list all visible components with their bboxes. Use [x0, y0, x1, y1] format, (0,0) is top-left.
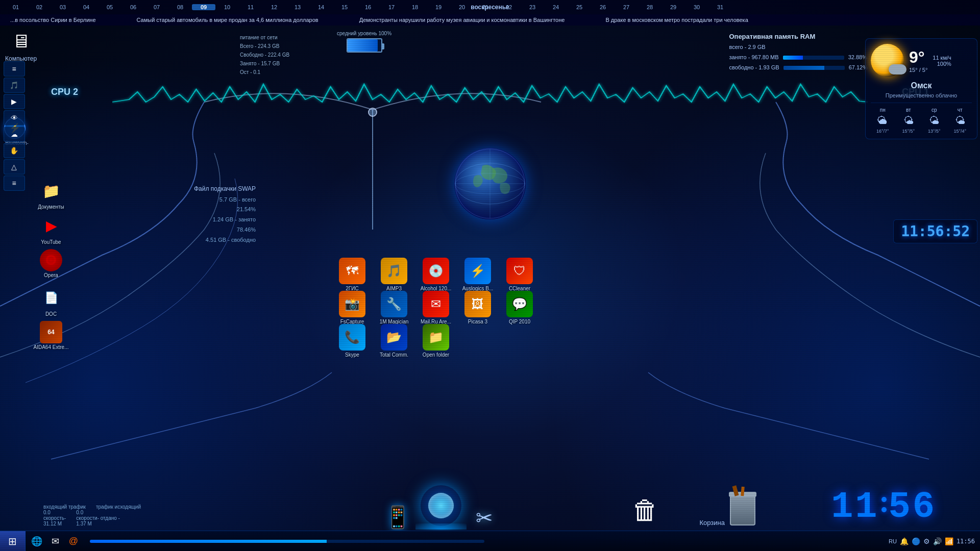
app-picasa[interactable]: 🖼 Picasa 3 [460, 291, 496, 324]
desktop-icon-youtube[interactable]: ▶ YouTube [31, 214, 71, 245]
app-auslogics[interactable]: ⚡ Auslogics B... [460, 258, 496, 291]
desktop-icon-opera[interactable]: O Opera [31, 249, 71, 278]
app-aimp[interactable]: 🎵 AIMP3 [376, 258, 412, 291]
sidebar-btn-hand[interactable]: ✋ [4, 143, 25, 158]
opera-icon: O [40, 249, 62, 271]
calendar-day-18[interactable]: 18 [403, 4, 427, 10]
app-openfolder[interactable]: 📁 Open folder [418, 324, 454, 358]
app-fscapture[interactable]: 📸 FsCapture [334, 291, 370, 324]
doc-icon: 📄 [39, 286, 63, 310]
outgoing-label: трафик исходящий [96, 504, 141, 510]
news-item-1: ...в посольство Сирии в Берлине [10, 17, 96, 23]
forecast-thu-label: чт [948, 107, 972, 113]
sidebar-btn-triangle[interactable]: △ [4, 159, 25, 174]
hologram-base [415, 523, 467, 530]
computer-widget: 🖥 Компьютер [5, 31, 37, 62]
calendar-day-14[interactable]: 14 [309, 4, 333, 10]
documents-label: Документы [38, 204, 64, 210]
calendar-day-06[interactable]: 06 [121, 4, 145, 10]
sidebar-btn-music[interactable]: 🎵 [4, 78, 25, 93]
storage-used: Занято - 15.7 GB [240, 59, 289, 68]
calendar-day-08[interactable]: 08 [168, 4, 192, 10]
calendar-day-30[interactable]: 30 [685, 4, 708, 10]
calendar-day-13[interactable]: 13 [286, 4, 309, 10]
calendar-day-17[interactable]: 17 [380, 4, 403, 10]
calendar-day-11[interactable]: 11 [239, 4, 262, 10]
trash-can-body [730, 495, 755, 525]
desktop-icons: 📁 Документы ▶ YouTube O Opera [31, 179, 71, 278]
clock-sep-top [881, 497, 887, 502]
desktop-icon-aida64[interactable]: 64 AIDA64 Extre... [31, 321, 71, 350]
weather-widget: 9° 15° / 5° 11 км/ч 100% Омск Преимущест… [865, 38, 977, 139]
dock-usb[interactable]: 📱 [380, 489, 415, 530]
calendar-day-16[interactable]: 16 [356, 4, 380, 10]
network-labels-row: входящий трафик трафик исходящий [43, 504, 141, 510]
sidebar-btn-play[interactable]: ▶ [4, 94, 25, 109]
incoming-speed-label: скорость- [43, 515, 66, 521]
app-1magician[interactable]: 🔧 1M Magician [376, 291, 412, 324]
app-totalcomm[interactable]: 📂 Total Comm. [376, 324, 412, 358]
battery-icon [347, 38, 382, 53]
swap-widget: Файл подкачки SWAP 5.7 GB - всего 21.54%… [194, 184, 256, 245]
calendar-day-27[interactable]: 27 [615, 4, 638, 10]
calendar-day-15[interactable]: 15 [333, 4, 356, 10]
totalcomm-label: Total Comm. [380, 352, 408, 358]
forecast-mon-label: пн [871, 107, 895, 113]
app-mailru[interactable]: ✉ Mail.Ru Are... [418, 291, 454, 324]
calendar-day-26[interactable]: 26 [591, 4, 615, 10]
ram-free-row: свободно - 1.93 GB 67.12% [729, 63, 868, 73]
swap-total: 5.7 GB - всего [194, 195, 256, 205]
sidebar-btn-menu-bottom[interactable]: ≡ [4, 176, 25, 191]
calendar-day-31[interactable]: 31 [708, 4, 732, 10]
news-item-3: Демонстранты нарушили работу музея авиац… [359, 17, 565, 23]
calendar-day-12[interactable]: 12 [262, 4, 286, 10]
weather-forecast: пн 🌥 16°/7° вт 🌤 15°/5° ср 🌤 13°/5° чт 🌤… [871, 103, 972, 134]
sidebar-btn-cloud[interactable]: ☁ [4, 127, 25, 142]
desktop-icon-documents[interactable]: 📁 Документы [31, 179, 71, 210]
calendar-day-09[interactable]: 09 [192, 4, 215, 10]
swap-used-pct: 21.54% [194, 205, 256, 215]
app-qip[interactable]: 💬 QIP 2010 [502, 291, 537, 324]
taskbar-icon-at[interactable]: @ [66, 534, 81, 548]
desktop-icon-doc[interactable]: 📄 DOC [31, 286, 71, 317]
calendar-day-02[interactable]: 02 [28, 4, 51, 10]
calendar-day-04[interactable]: 04 [75, 4, 98, 10]
calendar-day-19[interactable]: 19 [427, 4, 450, 10]
taskbar: ⊞ 🌐 ✉ @ RU 🔔 🔵 ⚙ 🔊 📶 11:56 [0, 531, 980, 551]
calendar-day-07[interactable]: 07 [145, 4, 168, 10]
calendar-day-20[interactable]: 20 [450, 4, 474, 10]
calendar-day-25[interactable]: 25 [568, 4, 591, 10]
sidebar-btn-menu-top[interactable]: ≡ [4, 61, 25, 77]
taskbar-progress-fill [90, 540, 327, 543]
app-alcohol[interactable]: 💿 Alcohol 120... [418, 258, 454, 291]
desktop-icons-2: 📄 DOC 64 AIDA64 Extre... [31, 286, 71, 350]
calendar-day-01[interactable]: 01 [4, 4, 28, 10]
dock-tool[interactable]: ✂ [467, 489, 502, 530]
2gis-icon: 🗺 [339, 258, 365, 284]
calendar-day-24[interactable]: 24 [544, 4, 568, 10]
battery-fill [348, 39, 378, 52]
trash-widget[interactable]: 🗑 [632, 495, 658, 525]
taskbar-progress-bar [90, 540, 484, 543]
app-ccleaner[interactable]: 🛡 CCleaner [502, 258, 537, 291]
computer-icon: 🖥 [12, 31, 30, 52]
clock-separators [881, 497, 887, 517]
storage-ost: Ост - 0.1 [240, 68, 289, 77]
tray-icon-1: 🔔 [900, 537, 909, 545]
dock-center[interactable] [415, 484, 467, 530]
calendar-day-28[interactable]: 28 [638, 4, 662, 10]
calendar-day-10[interactable]: 10 [215, 4, 239, 10]
app-2gis[interactable]: 🗺 2ГИС [334, 258, 370, 291]
sidebar-btn-eye[interactable]: 👁 [4, 110, 25, 126]
calendar-day-05[interactable]: 05 [98, 4, 121, 10]
calendar-day-29[interactable]: 29 [662, 4, 685, 10]
ram-used-pct: 32.88% [848, 53, 867, 63]
start-button[interactable]: ⊞ [0, 531, 26, 552]
calendar-day-03[interactable]: 03 [51, 4, 75, 10]
taskbar-icon-browser[interactable]: 🌐 [30, 534, 44, 548]
app-skype[interactable]: 📞 Skype [334, 324, 370, 358]
taskbar-icon-mail[interactable]: ✉ [48, 534, 62, 548]
calendar-day-23[interactable]: 23 [521, 4, 544, 10]
scissors-icon: ✂ [476, 506, 493, 530]
forecast-wed-icon: 🌤 [922, 115, 946, 127]
